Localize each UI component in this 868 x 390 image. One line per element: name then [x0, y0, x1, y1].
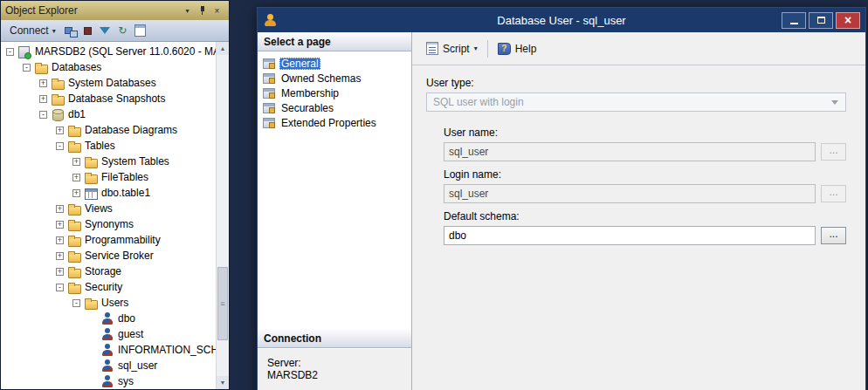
tree-item-label: dbo [118, 312, 135, 325]
help-button[interactable]: ? Help [494, 40, 541, 58]
collapse-icon[interactable]: - [23, 64, 31, 72]
tree-item-synonyms[interactable]: +Synonyms [1, 216, 229, 232]
collapse-icon[interactable]: - [6, 48, 14, 56]
tree-item-dbo[interactable]: dbo [1, 311, 229, 326]
server-label: Server: [267, 357, 402, 369]
user-name-label: User name: [444, 127, 846, 139]
tree-item-guest[interactable]: guest [1, 326, 229, 342]
user-icon [100, 344, 114, 356]
minimize-button[interactable] [782, 12, 806, 29]
connection-info: Server: MARSDB2 Connection: [258, 348, 411, 390]
script-button[interactable]: Script ▾ [423, 39, 481, 58]
expand-icon[interactable]: + [56, 252, 64, 260]
disconnect-icon[interactable] [63, 24, 78, 38]
close-button[interactable]: × [836, 12, 860, 29]
expand-icon[interactable]: + [56, 127, 64, 134]
tree-item-users[interactable]: -Users [1, 295, 229, 311]
page-item-membership[interactable]: Membership [260, 86, 409, 100]
folder-icon [67, 250, 81, 262]
maximize-icon [817, 17, 825, 24]
expand-icon[interactable]: + [72, 174, 80, 181]
tree-item-system-tables[interactable]: +System Tables [1, 154, 229, 169]
page-item-owned-schemas[interactable]: Owned Schemas [260, 71, 409, 86]
scrollbar-thumb[interactable]: ≡ [217, 267, 228, 340]
maximize-button[interactable] [809, 12, 833, 29]
tree-item-label: System Tables [101, 155, 169, 168]
tree-item-label: Synonyms [85, 218, 134, 230]
object-explorer-panel: Object Explorer ▾ × Connect ▾ ↻ ▲ ≡ ▼ -M… [0, 0, 230, 390]
scroll-down-icon[interactable]: ▼ [217, 376, 229, 389]
default-schema-field[interactable]: dbo [444, 226, 816, 245]
login-name-field: sql_user [444, 184, 816, 203]
stop-icon[interactable] [80, 24, 95, 38]
expand-icon[interactable]: + [39, 79, 47, 87]
expand-icon[interactable]: + [56, 236, 64, 244]
collapse-icon[interactable]: - [56, 142, 64, 150]
tree-item-marsdb2-sql-server-11-0-6020-marsd[interactable]: -MARSDB2 (SQL Server 11.0.6020 - MARSD [1, 44, 229, 59]
collapse-icon[interactable]: - [39, 111, 47, 119]
tree-item-label: Service Broker [85, 250, 154, 262]
tree-item-label: Programmability [85, 234, 161, 246]
report-icon[interactable] [133, 24, 148, 38]
tree-indent [1, 240, 56, 241]
expand-icon[interactable]: + [56, 221, 64, 229]
tree-item-tables[interactable]: -Tables [1, 138, 229, 154]
tree-item-sql-user[interactable]: sql_user [1, 358, 229, 373]
expander-spacer [89, 362, 97, 370]
refresh-icon[interactable]: ↻ [115, 24, 130, 38]
tree-indent [1, 256, 56, 257]
tree-item-database-snapshots[interactable]: +Database Snapshots [1, 91, 229, 106]
tree-item-label: Databases [52, 61, 101, 73]
tree-item-programmability[interactable]: +Programmability [1, 232, 229, 248]
server-icon [17, 45, 31, 58]
expander-spacer [89, 315, 97, 323]
server-value: MARSDB2 [267, 369, 402, 381]
page-item-general[interactable]: General [260, 56, 409, 71]
tree-item-dbo-table1[interactable]: +dbo.table1 [1, 185, 229, 201]
tree-indent [1, 224, 56, 225]
tree-item-database-diagrams[interactable]: +Database Diagrams [1, 122, 229, 138]
collapse-icon[interactable]: - [56, 284, 64, 291]
tree-item-security[interactable]: -Security [1, 279, 229, 295]
tree-indent [1, 130, 56, 131]
tree-item-views[interactable]: +Views [1, 201, 229, 216]
collapse-icon[interactable]: - [72, 299, 80, 307]
page-item-securables[interactable]: Securables [260, 100, 409, 115]
page-item-label: Owned Schemas [279, 72, 362, 85]
connect-dropdown-icon: ▾ [52, 27, 56, 35]
tree-item-storage[interactable]: +Storage [1, 263, 229, 279]
select-page-header: Select a page [258, 32, 411, 51]
folder-icon [67, 218, 81, 230]
minimize-icon [790, 23, 798, 24]
page-item-extended-properties[interactable]: Extended Properties [260, 115, 409, 130]
tree-item-sys[interactable]: sys [1, 373, 229, 389]
tree-item-label: Security [85, 281, 122, 293]
select-page-list: GeneralOwned SchemasMembershipSecurables… [258, 51, 411, 130]
window-position-icon[interactable]: ▾ [180, 3, 195, 17]
tree-item-system-databases[interactable]: +System Databases [1, 75, 229, 91]
page-item-label: Securables [279, 102, 335, 114]
tree-item-databases[interactable]: -Databases [1, 59, 229, 75]
tree-indent [1, 366, 89, 366]
expand-icon[interactable]: + [72, 189, 80, 197]
login-name-label: Login name: [444, 168, 846, 181]
script-dropdown-icon[interactable]: ▾ [474, 44, 478, 52]
script-button-label: Script [443, 43, 470, 55]
tree-item-service-broker[interactable]: +Service Broker [1, 248, 229, 263]
dialog-titlebar[interactable]: Database User - sql_user × [258, 8, 865, 32]
expander-spacer [89, 331, 97, 339]
default-schema-browse-button[interactable]: ... [821, 227, 846, 244]
filter-icon[interactable] [98, 24, 113, 38]
expand-icon[interactable]: + [72, 158, 80, 166]
tree-item-information-schem[interactable]: INFORMATION_SCHEM [1, 342, 229, 358]
expand-icon[interactable]: + [39, 95, 47, 103]
expand-icon[interactable]: + [56, 205, 64, 213]
tree-item-db1[interactable]: -db1 [1, 106, 229, 122]
tree-scrollbar[interactable]: ▲ ≡ ▼ [216, 42, 229, 389]
expand-icon[interactable]: + [56, 268, 64, 276]
scroll-up-icon[interactable]: ▲ [217, 42, 229, 55]
tree-item-filetables[interactable]: +FileTables [1, 169, 229, 185]
close-icon[interactable]: × [210, 3, 224, 17]
connect-button[interactable]: Connect ▾ [5, 23, 60, 38]
auto-hide-pin-icon[interactable] [195, 3, 210, 17]
